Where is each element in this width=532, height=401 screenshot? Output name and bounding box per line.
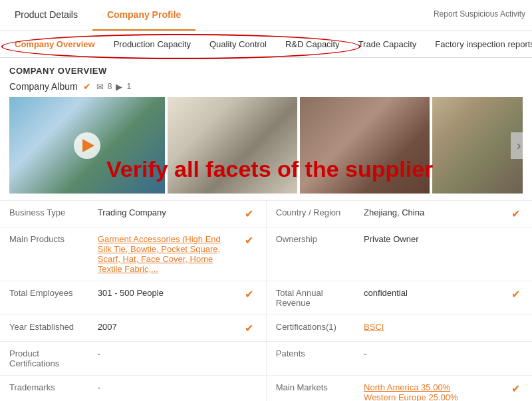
label-year-established: Year Established: [0, 315, 88, 342]
check-certifications: [502, 315, 532, 342]
value-product-certifications: -: [88, 342, 235, 376]
image-gallery: ›: [0, 97, 532, 200]
check-business-type: ✔: [235, 201, 266, 227]
main-products-link[interactable]: Garment Accessories (High End Silk Tie, …: [98, 234, 221, 274]
label-main-markets: Main Markets: [266, 376, 354, 402]
label-trademarks: Trademarks: [0, 376, 88, 402]
gallery-item-2[interactable]: [168, 97, 297, 194]
check-year-established: ✔: [235, 315, 266, 342]
check-patents: [502, 342, 532, 376]
table-row: Main Products Garment Accessories (High …: [0, 227, 532, 281]
label-business-type: Business Type: [0, 201, 88, 227]
check-total-employees: ✔: [235, 281, 266, 315]
album-count: 8: [108, 82, 112, 91]
label-main-products: Main Products: [0, 227, 88, 281]
label-patents: Patents: [266, 342, 354, 376]
check-product-certifications: [235, 342, 266, 376]
album-row: Company Album ✔ ✉ 8 ▶ 1: [0, 78, 532, 97]
gallery-item-4[interactable]: ›: [432, 97, 523, 194]
value-total-employees: 301 - 500 People: [88, 281, 235, 315]
value-trademarks: -: [88, 376, 235, 402]
table-row: Total Employees 301 - 500 People ✔ Total…: [0, 281, 532, 315]
value-patents: -: [354, 342, 501, 376]
value-main-markets[interactable]: North America 35.00%Western Europe 25.00…: [354, 376, 501, 402]
email-icon: ✉: [96, 82, 104, 92]
label-ownership: Ownership: [266, 227, 354, 281]
tab-product-details[interactable]: Product Details: [0, 0, 92, 31]
value-year-established: 2007: [88, 315, 235, 342]
album-title: Company Album: [9, 81, 78, 92]
subnav-company-overview[interactable]: Company Overview: [5, 31, 104, 57]
label-total-employees: Total Employees: [0, 281, 88, 315]
value-certifications[interactable]: BSCI: [354, 315, 501, 342]
check-annual-revenue: ✔: [502, 281, 532, 315]
table-row: Product Certifications - Patents -: [0, 342, 532, 376]
subnav-quality-control[interactable]: Quality Control: [200, 31, 276, 57]
label-product-certifications: Product Certifications: [0, 342, 88, 376]
check-main-markets: ✔: [502, 376, 532, 402]
table-row: Trademarks - Main Markets North America …: [0, 376, 532, 402]
verify-checkmark: ✔: [83, 81, 91, 92]
tab-company-profile[interactable]: Company Profile: [92, 0, 196, 31]
subnav-rd-capacity[interactable]: R&D Capacity: [276, 31, 349, 57]
sub-nav-bar: Company Overview Production Capacity Qua…: [0, 31, 532, 58]
value-country-region: Zhejiang, China: [354, 201, 501, 227]
album-meta: ✉ 8 ▶ 1: [96, 82, 131, 92]
gallery-item-3[interactable]: [300, 97, 430, 194]
gallery-item-1[interactable]: [9, 97, 165, 194]
value-ownership: Private Owner: [354, 227, 501, 281]
value-annual-revenue: confidential: [354, 281, 501, 315]
gallery-arrow-right[interactable]: ›: [511, 132, 523, 159]
value-main-products[interactable]: Garment Accessories (High End Silk Tie, …: [88, 227, 235, 281]
label-country-region: Country / Region: [266, 201, 354, 227]
table-row: Year Established 2007 ✔ Certifications(1…: [0, 315, 532, 342]
top-tabs-bar: Product Details Company Profile Report S…: [0, 0, 532, 31]
check-ownership: [502, 227, 532, 281]
video-count: 1: [126, 82, 131, 91]
subnav-trade-capacity[interactable]: Trade Capacity: [349, 31, 426, 57]
value-business-type: Trading Company: [88, 201, 235, 227]
section-heading: COMPANY OVERVIEW: [0, 58, 532, 78]
chevron-right-icon: ›: [517, 138, 521, 153]
subnav-production-capacity[interactable]: Production Capacity: [104, 31, 200, 57]
play-triangle-icon: [82, 139, 94, 152]
play-button[interactable]: [74, 132, 100, 159]
check-trademarks: [235, 376, 266, 402]
check-country-region: ✔: [502, 201, 532, 227]
table-row: Business Type Trading Company ✔ Country …: [0, 201, 532, 227]
company-details-table: Business Type Trading Company ✔ Country …: [0, 200, 532, 401]
video-icon: ▶: [116, 82, 122, 92]
check-main-products: ✔: [235, 227, 266, 281]
report-activity-link[interactable]: Report Suspicious Activity: [427, 0, 532, 31]
main-markets-link[interactable]: North America 35.00%Western Europe 25.00…: [364, 382, 458, 401]
label-annual-revenue: Total Annual Revenue: [266, 281, 354, 315]
subnav-factory-inspection[interactable]: Factory inspection reports: [426, 31, 532, 57]
label-certifications: Certifications(1): [266, 315, 354, 342]
certifications-link[interactable]: BSCI: [364, 322, 384, 332]
